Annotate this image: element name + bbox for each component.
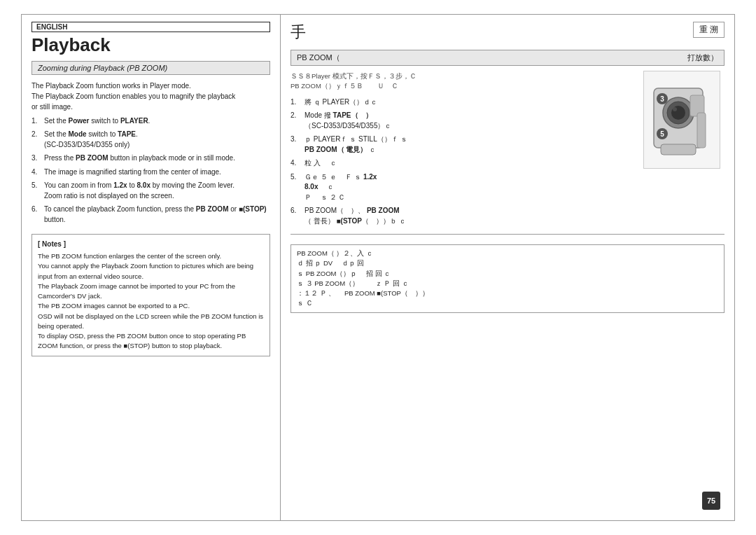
pb-zoom-header-left: PB ZOOM（ (297, 53, 340, 63)
intro-line-1: The Playback Zoom function works in Play… (31, 81, 270, 91)
section-header: Zooming during Playback (PB ZOOM) (31, 61, 270, 75)
right-note-6: ｓ Ｃ (297, 298, 718, 308)
right-step-5-num: 5. (290, 172, 304, 203)
step-3-num: 3. (31, 153, 44, 164)
svg-rect-7 (697, 113, 706, 148)
chinese-hand-symbol: 手 (290, 22, 306, 43)
notes-box: [ Notes ] The PB ZOOM function enlarges … (31, 234, 270, 356)
note-3: The Playback Zoom image cannot be import… (38, 282, 264, 302)
step-4: 4. The image is magnified starting from … (31, 167, 270, 178)
step-6-text: To cancel the playback Zoom function, pr… (44, 204, 270, 225)
page-number: 75 (702, 492, 720, 510)
right-notes: PB ZOOM（ ）２、入 ｃ ｄ 招 ｐ DV ｄｐ 回 ｓ PB ZOOM（… (290, 244, 724, 313)
step-1-num: 1. (31, 116, 44, 127)
right-note-2: ｄ 招 ｐ DV ｄｐ 回 (297, 258, 718, 268)
divider (290, 234, 724, 235)
step-6: 6. To cancel the playback Zoom function,… (31, 204, 270, 225)
right-column: 手 重 溯 PB ZOOM（ 打放數） ＳＳ８Player 模式下，按ＦＳ，３步… (281, 15, 734, 520)
chinese-title-box: 重 溯 (693, 22, 724, 38)
svg-point-4 (673, 107, 677, 111)
left-column: ENGLISH Playback Zooming during Playback… (22, 15, 281, 520)
step-4-num: 4. (31, 167, 44, 178)
step-5-num: 5. (31, 181, 44, 201)
note-6: To display OSD, press the PB ZOOM button… (38, 331, 264, 352)
right-step-2-text: Mode 撥 TAPE（ ）（SC-D353/D354/D355）ｃ (304, 111, 486, 131)
step-3: 3. Press the PB ZOOM button in playback … (31, 153, 270, 164)
step-6-num: 6. (31, 204, 44, 225)
intro-line-3: or still image. (31, 102, 270, 112)
right-step-2-num: 2. (290, 111, 304, 131)
step-2-num: 2. (31, 130, 44, 150)
camcorder-svg: 3 5 (647, 74, 717, 165)
right-step-4-text: 粒 入 ｃ (304, 158, 486, 169)
right-step-6-text: PB ZOOM（ ）、 PB ZOOM（ 普長） ■(STOP（ ））ｂ ｃ (304, 206, 486, 226)
note-1: The PB ZOOM function enlarges the center… (38, 251, 264, 261)
right-steps: 1. 將 ｑ PLAYER（）ｄｃ 2. Mode 撥 TAPE（ ）（SC-D… (290, 97, 486, 230)
step-2-text: Set the Mode switch to TAPE.(SC-D353/D35… (44, 130, 270, 150)
right-step-3: 3. ｐ PLAYERｆ ｓ STILL（）ｆ ｓPB ZOOM（ 電見） ｃ (290, 134, 486, 155)
intro-line-2: The Playback Zoom function enables you t… (31, 91, 270, 102)
step-2: 2. Set the Mode switch to TAPE.(SC-D353/… (31, 130, 270, 150)
right-note-3: ｓ PB ZOOM（）ｐ 招 回 ｃ (297, 269, 718, 279)
page-title: Playback (31, 35, 270, 55)
step-4-text: The image is magnified starting from the… (44, 167, 270, 178)
svg-text:5: 5 (660, 130, 664, 138)
right-step-5: 5. Ｇｅ ５ ｅ Ｆ ｓ 1.2x8.0x ｃＰ ｓ ２ Ｃ (290, 172, 486, 203)
right-step-4-num: 4. (290, 158, 304, 169)
right-step-2: 2. Mode 撥 TAPE（ ）（SC-D353/D354/D355）ｃ (290, 111, 486, 131)
pb-zoom-header-right: 打放數） (687, 53, 718, 63)
right-note-5: ：１２ Ｐ 、 PB ZOOM ■(STOP（ ）） (297, 289, 718, 298)
right-step-6-num: 6. (290, 206, 304, 226)
notes-title: [ Notes ] (38, 239, 264, 249)
right-step-1-text: 將 ｑ PLAYER（）ｄｃ (304, 97, 486, 108)
right-step-1: 1. 將 ｑ PLAYER（）ｄｃ (290, 97, 486, 108)
right-header: 手 重 溯 (290, 22, 724, 46)
intro-text: The Playback Zoom function works in Play… (31, 81, 270, 112)
svg-rect-6 (661, 144, 696, 155)
page: ENGLISH Playback Zooming during Playback… (0, 0, 756, 535)
right-step-3-text: ｐ PLAYERｆ ｓ STILL（）ｆ ｓPB ZOOM（ 電見） ｃ (304, 134, 486, 155)
step-5: 5. You can zoom in from 1.2x to 8.0x by … (31, 181, 270, 201)
note-4: The PB ZOOM images cannot be exported to… (38, 301, 264, 311)
right-note-4: ｓ ３ PB ZOOM（） ｚ Ｐ 回 ｃ (297, 279, 718, 289)
right-note-1: PB ZOOM（ ）２、入 ｃ (297, 249, 718, 258)
note-2: You cannot apply the Playback Zoom funct… (38, 261, 264, 282)
english-badge: ENGLISH (31, 22, 270, 32)
pb-zoom-header: PB ZOOM（ 打放數） (290, 50, 724, 66)
step-3-text: Press the PB ZOOM button in playback mod… (44, 153, 270, 164)
right-step-6: 6. PB ZOOM（ ）、 PB ZOOM（ 普長） ■(STOP（ ））ｂ … (290, 206, 486, 226)
right-step-4: 4. 粒 入 ｃ (290, 158, 486, 169)
step-1-text: Set the Power switch to PLAYER. (44, 116, 270, 127)
right-step-3-num: 3. (290, 134, 304, 155)
svg-text:3: 3 (660, 95, 664, 103)
note-5: OSD will not be displayed on the LCD scr… (38, 312, 264, 332)
right-step-1-num: 1. (290, 97, 304, 108)
image-area: 3 5 (643, 71, 727, 169)
step-1: 1. Set the Power switch to PLAYER. (31, 116, 270, 127)
right-step-5-text: Ｇｅ ５ ｅ Ｆ ｓ 1.2x8.0x ｃＰ ｓ ２ Ｃ (304, 172, 486, 203)
main-content: ENGLISH Playback Zooming during Playback… (21, 14, 735, 521)
camcorder-image: 3 5 (643, 71, 720, 169)
step-5-text: You can zoom in from 1.2x to 8.0x by mov… (44, 181, 270, 201)
